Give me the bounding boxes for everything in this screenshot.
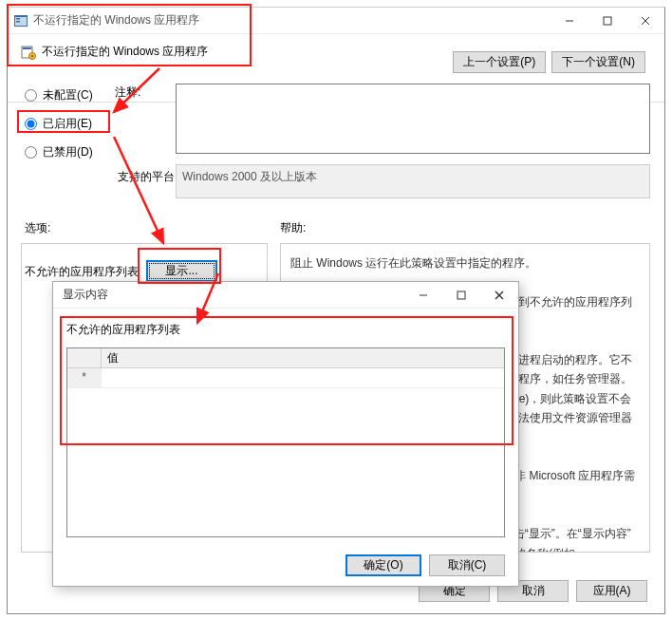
window-title: 不运行指定的 Windows 应用程序 bbox=[33, 12, 551, 28]
grid-header: 值 bbox=[67, 348, 504, 368]
apply-button[interactable]: 应用(A) bbox=[576, 580, 647, 602]
value-grid[interactable]: 值 * bbox=[66, 347, 505, 537]
radio-disabled-input[interactable] bbox=[25, 146, 37, 159]
platform-textbox: Windows 2000 及以上版本 bbox=[176, 164, 650, 198]
radio-enabled-label: 已启用(E) bbox=[43, 116, 92, 132]
disallowed-list-label: 不允许的应用程序列表 bbox=[25, 264, 139, 280]
radio-not-configured-input[interactable] bbox=[25, 89, 37, 102]
svg-rect-2 bbox=[16, 18, 20, 20]
radio-not-configured[interactable]: 未配置(C) bbox=[25, 84, 93, 106]
options-label: 选项: bbox=[25, 220, 50, 236]
child-ok-button[interactable]: 确定(O) bbox=[345, 554, 421, 576]
policy-icon bbox=[21, 45, 36, 60]
child-cancel-button[interactable]: 取消(C) bbox=[429, 554, 505, 576]
child-list-label: 不允许的应用程序列表 bbox=[66, 323, 180, 336]
child-body: 不允许的应用程序列表 值 * bbox=[53, 309, 518, 545]
child-buttons: 确定(O) 取消(C) bbox=[345, 554, 505, 576]
grid-new-row[interactable]: * bbox=[67, 368, 504, 388]
radio-not-configured-label: 未配置(C) bbox=[43, 87, 93, 103]
child-maximize-button[interactable] bbox=[442, 283, 480, 308]
window-icon bbox=[13, 13, 28, 28]
radio-disabled-label: 已禁用(D) bbox=[43, 144, 93, 160]
help-label: 帮助: bbox=[280, 220, 306, 236]
grid-value-cell[interactable] bbox=[102, 368, 504, 387]
comment-label: 注释: bbox=[115, 84, 140, 101]
child-title: 显示内容 bbox=[63, 287, 404, 303]
nav-buttons: 上一个设置(P) 下一个设置(N) bbox=[453, 51, 645, 73]
minimize-button[interactable] bbox=[551, 8, 588, 34]
svg-rect-9 bbox=[23, 47, 31, 49]
titlebar: 不运行指定的 Windows 应用程序 bbox=[8, 8, 664, 34]
prev-setting-button[interactable]: 上一个设置(P) bbox=[453, 51, 546, 73]
show-button[interactable]: 显示... bbox=[146, 260, 217, 282]
svg-rect-5 bbox=[604, 17, 611, 25]
svg-rect-3 bbox=[16, 21, 20, 23]
next-setting-button[interactable]: 下一个设置(N) bbox=[551, 51, 645, 73]
grid-row-marker: * bbox=[67, 368, 102, 387]
svg-point-11 bbox=[31, 54, 34, 57]
grid-rowheader-cell bbox=[67, 348, 102, 367]
child-close-button[interactable] bbox=[480, 283, 518, 308]
radio-enabled-input[interactable] bbox=[25, 118, 37, 130]
state-options: 未配置(C) 已启用(E) 已禁用(D) bbox=[25, 84, 93, 169]
grid-col-value: 值 bbox=[102, 348, 504, 367]
radio-disabled[interactable]: 已禁用(D) bbox=[25, 141, 93, 163]
help-text-1: 阻止 Windows 运行在此策略设置中指定的程序。 bbox=[290, 253, 640, 272]
svg-rect-13 bbox=[457, 291, 465, 299]
child-titlebar: 显示内容 bbox=[53, 282, 518, 309]
comment-textbox[interactable] bbox=[176, 84, 650, 154]
child-minimize-button[interactable] bbox=[404, 283, 442, 308]
platform-label: 支持的平台: bbox=[118, 169, 177, 185]
maximize-button[interactable] bbox=[588, 8, 626, 34]
show-content-dialog: 显示内容 不允许的应用程序列表 值 * 确定(O) 取消(C) bbox=[52, 281, 519, 587]
radio-enabled[interactable]: 已启用(E) bbox=[25, 112, 93, 135]
close-button[interactable] bbox=[626, 8, 664, 34]
